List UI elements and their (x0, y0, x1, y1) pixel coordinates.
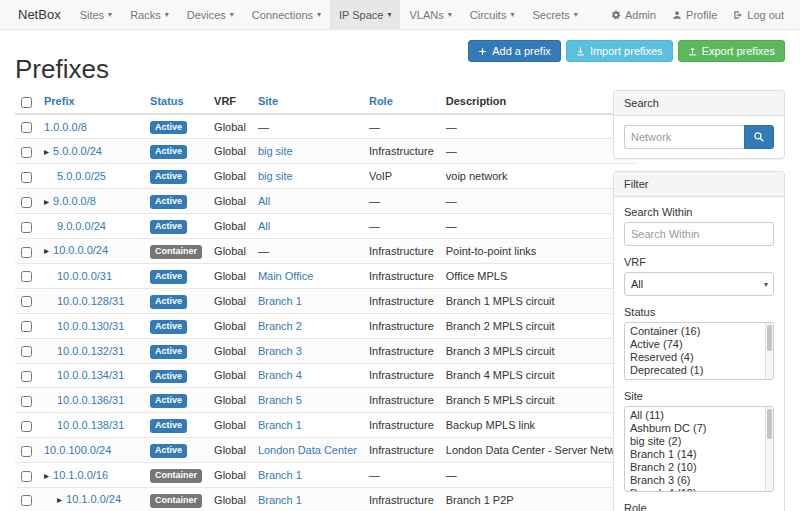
select-all-checkbox[interactable] (21, 97, 32, 108)
nav-item-racks[interactable]: Racks▾ (121, 0, 178, 29)
listbox-option[interactable]: Reserved (4) (625, 351, 763, 364)
prefix-link[interactable]: 10.0.0.128/31 (57, 295, 124, 307)
column-header-role[interactable]: Role (363, 90, 440, 114)
row-checkbox[interactable] (21, 396, 32, 407)
prefix-link[interactable]: 10.1.0.0/24 (66, 493, 121, 505)
prefix-link[interactable]: 5.0.0.0/25 (57, 170, 106, 182)
nav-item-circuits[interactable]: Circuits▾ (461, 0, 524, 29)
description-cell: Branch 4 MPLS circuit (440, 363, 637, 388)
prefix-link[interactable]: 5.0.0.0/24 (53, 145, 102, 157)
prefix-link[interactable]: 10.0.0.0/24 (53, 244, 108, 256)
prefix-link[interactable]: 10.0.0.138/31 (57, 419, 124, 431)
column-header-status[interactable]: Status (144, 90, 208, 114)
site-link[interactable]: Branch 1 (258, 419, 302, 431)
prefix-link[interactable]: 10.0.0.134/31 (57, 369, 124, 381)
nav-item-devices[interactable]: Devices▾ (178, 0, 243, 29)
add-prefix-label: Add a prefix (492, 45, 551, 57)
column-header-label[interactable]: Role (369, 95, 393, 107)
listbox-option[interactable]: big site (2) (625, 435, 763, 448)
site-link[interactable]: Branch 1 (258, 494, 302, 506)
row-checkbox[interactable] (21, 271, 32, 282)
nav-item-vlans[interactable]: VLANs▾ (400, 0, 460, 29)
row-checkbox[interactable] (21, 321, 32, 332)
row-checkbox[interactable] (21, 247, 32, 258)
nav-item-ip-space[interactable]: IP Space▾ (330, 0, 400, 29)
vrf-label: VRF (624, 256, 774, 268)
site-listbox-scrollbar[interactable] (765, 407, 773, 491)
site-link[interactable]: Branch 5 (258, 394, 302, 406)
listbox-option[interactable]: All (11) (625, 409, 763, 422)
status-listbox-scrollbar[interactable] (765, 323, 773, 379)
row-checkbox[interactable] (21, 222, 32, 233)
status-listbox[interactable]: Container (16)Active (74)Reserved (4)Dep… (624, 322, 774, 380)
export-prefixes-button[interactable]: Export prefixes (678, 40, 785, 62)
column-header-site[interactable]: Site (252, 90, 363, 114)
listbox-option[interactable]: Active (74) (625, 338, 763, 351)
row-checkbox[interactable] (21, 346, 32, 357)
chevron-down-icon: ▾ (448, 10, 452, 19)
listbox-option[interactable]: Branch 3 (6) (625, 474, 763, 487)
site-listbox[interactable]: All (11)Ashburn DC (7)big site (2)Branch… (624, 406, 774, 492)
row-checkbox[interactable] (21, 296, 32, 307)
row-checkbox[interactable] (21, 446, 32, 457)
app-logo[interactable]: NetBox (8, 0, 71, 29)
listbox-option[interactable]: Branch 2 (10) (625, 461, 763, 474)
row-checkbox[interactable] (21, 421, 32, 432)
row-checkbox[interactable] (21, 471, 32, 482)
row-checkbox[interactable] (21, 371, 32, 382)
listbox-option[interactable]: Branch 1 (14) (625, 448, 763, 461)
nav-item-sites[interactable]: Sites▾ (71, 0, 121, 29)
search-within-input[interactable] (624, 222, 774, 246)
vrf-select[interactable]: All ▾ (624, 272, 774, 296)
prefix-link[interactable]: 10.0.100.0/24 (44, 444, 111, 456)
listbox-option[interactable]: Container (16) (625, 325, 763, 338)
vrf-cell: Global (208, 438, 252, 463)
listbox-option[interactable]: Ashburn DC (7) (625, 422, 763, 435)
search-input[interactable] (624, 125, 744, 149)
scrollbar-thumb[interactable] (767, 409, 772, 439)
column-header-label[interactable]: Status (150, 95, 184, 107)
row-checkbox[interactable] (21, 122, 32, 133)
site-link[interactable]: All (258, 220, 270, 232)
row-checkbox[interactable] (21, 495, 32, 506)
row-checkbox[interactable] (21, 197, 32, 208)
site-link[interactable]: Branch 4 (258, 369, 302, 381)
site-link[interactable]: Branch 2 (258, 320, 302, 332)
row-checkbox[interactable] (21, 147, 32, 158)
prefix-link[interactable]: 10.0.0.136/31 (57, 394, 124, 406)
import-prefixes-button[interactable]: Import prefixes (566, 40, 673, 62)
prefix-link[interactable]: 1.0.0.0/8 (44, 121, 87, 133)
site-link[interactable]: Main Office (258, 270, 313, 282)
prefix-link[interactable]: 10.0.0.132/31 (57, 345, 124, 357)
listbox-option[interactable]: Deprecated (1) (625, 364, 763, 377)
add-prefix-button[interactable]: Add a prefix (468, 40, 561, 62)
prefix-link[interactable]: 10.1.0.0/16 (53, 469, 108, 481)
logout-link[interactable]: Log out (725, 0, 792, 29)
prefix-link[interactable]: 9.0.0.0/8 (53, 195, 96, 207)
scrollbar-thumb[interactable] (767, 325, 772, 351)
status-badge: Active (150, 195, 187, 209)
site-link[interactable]: big site (258, 145, 293, 157)
prefix-link[interactable]: 10.0.0.130/31 (57, 320, 124, 332)
prefix-link[interactable]: 10.0.0.0/31 (57, 270, 112, 282)
site-link[interactable]: Branch 3 (258, 345, 302, 357)
site-link[interactable]: Branch 1 (258, 469, 302, 481)
column-header-label[interactable]: Site (258, 95, 278, 107)
profile-link[interactable]: Profile (664, 0, 725, 29)
description-cell: Branch 1 MPLS circuit (440, 288, 637, 313)
nav-item-connections[interactable]: Connections▾ (243, 0, 330, 29)
status-badge: Active (150, 270, 187, 284)
row-checkbox[interactable] (21, 172, 32, 183)
column-header-prefix[interactable]: Prefix (38, 90, 144, 114)
listbox-option[interactable]: Branch 4 (12) (625, 487, 763, 492)
description-cell: voip network (440, 164, 637, 189)
admin-link[interactable]: Admin (603, 0, 664, 29)
site-link[interactable]: Branch 1 (258, 295, 302, 307)
site-link[interactable]: London Data Center (258, 444, 357, 456)
prefix-link[interactable]: 9.0.0.0/24 (57, 220, 106, 232)
site-link[interactable]: All (258, 195, 270, 207)
search-button[interactable] (744, 125, 774, 149)
column-header-label[interactable]: Prefix (44, 95, 75, 107)
site-link[interactable]: big site (258, 170, 293, 182)
nav-item-secrets[interactable]: Secrets▾ (523, 0, 586, 29)
